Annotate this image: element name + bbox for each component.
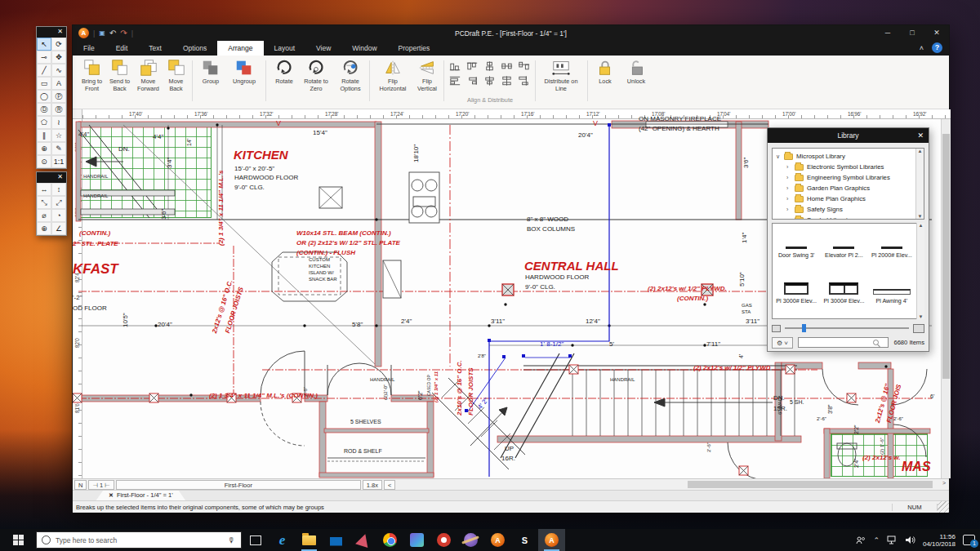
library-tree-item[interactable]: › Engineering Symbol Libraries bbox=[776, 172, 924, 183]
tree-expand-icon[interactable]: › bbox=[786, 175, 795, 180]
dimension-tool-button[interactable]: ↔ bbox=[37, 183, 51, 196]
drawing-tool-button[interactable]: ⟳ bbox=[51, 38, 66, 51]
rotate-to-zero-button[interactable]: Rotate to Zero bbox=[300, 59, 332, 101]
taskbar-app-icon[interactable]: A bbox=[538, 529, 565, 551]
dimension-tool-button[interactable]: ↕ bbox=[51, 183, 66, 196]
tree-expand-icon[interactable]: › bbox=[786, 164, 795, 170]
menu-tab[interactable]: Window bbox=[341, 41, 387, 56]
help-button[interactable]: ? bbox=[932, 42, 942, 53]
library-item[interactable]: Elevator Pl 2... bbox=[820, 224, 867, 269]
close-button[interactable]: ✕ bbox=[924, 25, 949, 41]
taskbar-app-icon[interactable] bbox=[430, 529, 457, 551]
group-button[interactable]: Group bbox=[197, 59, 225, 101]
tree-expand-icon[interactable]: › bbox=[786, 185, 795, 191]
tree-scrollbar[interactable]: ▲▼ bbox=[915, 149, 924, 219]
library-tree-item[interactable]: › Electronic Symbol Libraries bbox=[776, 162, 924, 172]
library-item[interactable]: Pl 2000# Elev... bbox=[868, 224, 915, 269]
layer-name-box[interactable]: First-Floor bbox=[116, 480, 361, 490]
microphone-icon[interactable]: 🎙︎ bbox=[228, 536, 235, 544]
drawing-tool-button[interactable]: ◯ bbox=[37, 90, 51, 103]
taskbar-app-icon[interactable] bbox=[296, 529, 323, 551]
library-tree-item[interactable]: ∨ Microspot Library bbox=[776, 151, 924, 162]
vertical-scrollbar[interactable] bbox=[941, 119, 951, 478]
send-to-back-button[interactable]: Send to Back bbox=[106, 59, 133, 101]
move-back-button[interactable]: Move Back bbox=[163, 59, 189, 101]
drawing-tool-button[interactable]: ⬠ bbox=[37, 116, 51, 129]
menu-tab[interactable]: Arrange bbox=[217, 41, 263, 56]
taskbar-app-icon[interactable] bbox=[376, 529, 403, 551]
library-item[interactable]: Pl 3000# Elev... bbox=[820, 269, 867, 315]
flip-horizontal-button[interactable]: Flip Horizontal bbox=[374, 59, 412, 101]
vertical-scrollbar-thumb[interactable] bbox=[942, 134, 950, 379]
drawing-tool-button[interactable]: 1:1 bbox=[51, 155, 66, 168]
taskbar-app-icon[interactable] bbox=[242, 529, 269, 551]
align-top-icon[interactable] bbox=[466, 60, 479, 72]
move-forward-button[interactable]: Move Forward bbox=[135, 59, 162, 101]
drawing-area[interactable]: 17'40'17'36'17'32'17'28'17'24'17'20'17'1… bbox=[73, 109, 951, 478]
drawing-tool-button[interactable]: ☆ bbox=[51, 129, 66, 142]
taskbar-app-icon[interactable]: S bbox=[511, 529, 538, 551]
app-icon[interactable]: A bbox=[78, 28, 89, 38]
collapse-ribbon-icon[interactable]: ˄ bbox=[920, 44, 924, 52]
taskbar-app-icon[interactable]: e bbox=[269, 529, 296, 551]
slider-thumb[interactable] bbox=[802, 324, 806, 332]
align-center-h-icon[interactable] bbox=[483, 75, 497, 87]
drawing-tool-button[interactable]: Ⓓ bbox=[37, 103, 51, 116]
thumbnail-size-slider[interactable] bbox=[772, 322, 924, 334]
align-distribute-v-icon[interactable] bbox=[500, 75, 514, 87]
library-item[interactable]: Pl B Lav Oval... bbox=[868, 315, 915, 319]
network-icon[interactable] bbox=[887, 535, 898, 544]
ungroup-button[interactable]: Ungroup bbox=[226, 59, 262, 101]
flip-vertical-button[interactable]: Flip Vertical bbox=[413, 59, 441, 101]
horizontal-scrollbar-thumb[interactable] bbox=[688, 481, 933, 488]
start-button[interactable] bbox=[0, 529, 36, 551]
scroll-right-button[interactable]: > bbox=[942, 480, 946, 486]
resize-grip[interactable] bbox=[938, 501, 949, 513]
align-distribute-v2-icon[interactable] bbox=[517, 75, 531, 87]
drawing-tool-button[interactable]: ╱ bbox=[37, 64, 51, 77]
drawing-tool-button[interactable]: ≀ bbox=[51, 116, 66, 129]
library-tree[interactable]: ∨ Microspot Library › Electronic Symbol … bbox=[772, 148, 924, 220]
drawing-tool-button[interactable]: Ⓡ bbox=[51, 103, 66, 116]
library-item[interactable]: Pl B Lav Oval... bbox=[773, 315, 820, 319]
menu-tab[interactable]: Layout bbox=[264, 41, 306, 56]
drawing-tool-button[interactable]: A bbox=[51, 77, 66, 90]
redo-icon[interactable]: ↷ bbox=[120, 29, 127, 38]
dimension-tool-button[interactable]: ⌀ bbox=[37, 209, 51, 222]
menu-tab[interactable]: File bbox=[73, 41, 105, 56]
palette-close-icon[interactable]: ✕ bbox=[57, 28, 63, 35]
drawing-tool-button[interactable]: ∥ bbox=[37, 129, 51, 142]
library-title-bar[interactable]: Library ✕ bbox=[768, 128, 929, 143]
bring-to-front-button[interactable]: Bring to Front bbox=[78, 59, 105, 101]
layer-n-button[interactable]: N bbox=[74, 480, 87, 490]
dimension-tool-button[interactable]: ⊕ bbox=[37, 222, 51, 235]
tree-expand-icon[interactable]: › bbox=[786, 217, 795, 220]
menu-tab[interactable]: Edit bbox=[105, 41, 139, 56]
dimension-tool-button[interactable]: ∠ bbox=[51, 222, 66, 235]
drawing-tool-button[interactable]: ↖ bbox=[37, 38, 51, 51]
dim-palette-title-bar[interactable]: ✕ bbox=[37, 172, 66, 183]
taskbar-app-icon[interactable]: A bbox=[484, 529, 511, 551]
drawing-tool-button[interactable]: ✎ bbox=[51, 142, 66, 155]
scroll-left-button[interactable]: < bbox=[384, 480, 395, 490]
grid-scrollbar[interactable]: ▲▼ bbox=[916, 223, 924, 319]
drawing-tool-button[interactable]: ⊙ bbox=[37, 155, 51, 168]
sheet-tab-close-icon[interactable]: ✕ bbox=[109, 492, 114, 498]
align-distribute-h-icon[interactable] bbox=[500, 60, 514, 72]
title-bar[interactable]: A | ▣ ↶ ↷ | PCDraft P.E. - [First-Floor … bbox=[73, 25, 949, 41]
menu-tab[interactable]: Options bbox=[172, 41, 217, 56]
undo-icon[interactable]: ↶ bbox=[109, 29, 116, 38]
library-item[interactable]: Pl Awning 4' bbox=[868, 269, 915, 315]
taskbar-app-icon[interactable] bbox=[350, 529, 376, 551]
align-bottom-icon[interactable] bbox=[466, 75, 479, 87]
unlock-button[interactable]: Unlock bbox=[620, 59, 653, 101]
people-icon[interactable] bbox=[856, 535, 866, 545]
align-left-icon[interactable] bbox=[448, 60, 462, 72]
rotate-options-button[interactable]: Rotate Options bbox=[334, 59, 367, 101]
tray-chevron-icon[interactable]: ⌃ bbox=[873, 536, 880, 544]
page-spinner[interactable]: ⊣ 1 ⊢ bbox=[88, 480, 114, 490]
drawing-tool-button[interactable]: Ⓟ bbox=[51, 90, 66, 103]
zoom-level-box[interactable]: 1.8x bbox=[363, 480, 382, 490]
menu-tab[interactable]: Text bbox=[138, 41, 172, 56]
drawing-tool-button[interactable]: ∿ bbox=[51, 64, 66, 77]
